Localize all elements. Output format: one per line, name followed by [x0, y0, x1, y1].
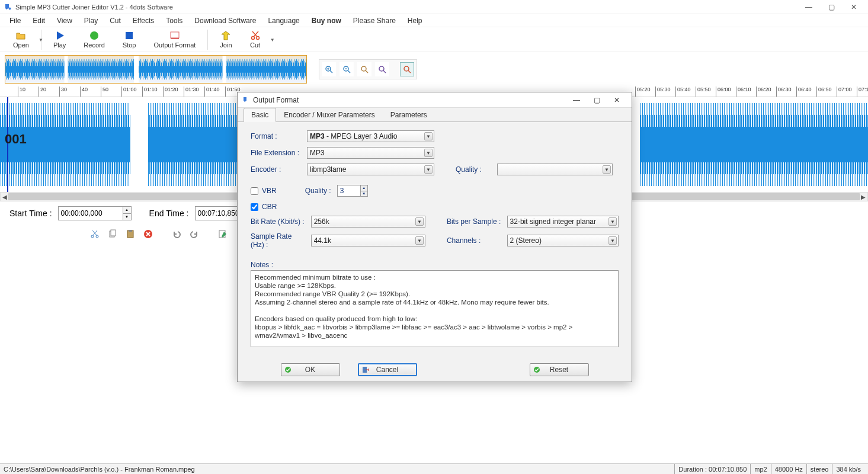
- notes-textbox[interactable]: Recommended minimum bitrate to use : Usa…: [251, 270, 619, 347]
- sample-rate-label: Sample Rate (Hz) :: [251, 232, 305, 249]
- check-icon: [533, 366, 541, 374]
- menu-play[interactable]: Play: [78, 15, 104, 26]
- cancel-button[interactable]: Cancel: [358, 363, 417, 376]
- cbr-checkbox[interactable]: CBR: [251, 203, 277, 211]
- open-button[interactable]: Open ▼: [5, 29, 37, 50]
- chevron-down-icon: ▼: [603, 165, 611, 174]
- svg-rect-13: [65, 56, 68, 83]
- svg-point-36: [96, 235, 98, 238]
- scroll-right-arrow-icon[interactable]: ▶: [859, 193, 867, 201]
- minimize-button[interactable]: —: [798, 1, 819, 13]
- start-time-label: Start Time :: [9, 209, 52, 218]
- encoder-label: Encoder :: [251, 165, 301, 174]
- dialog-tabs: Basic Encoder / Muxer Parameters Paramet…: [238, 108, 632, 122]
- quality-combo[interactable]: ▼: [497, 164, 613, 175]
- output-format-label: Output Format: [153, 41, 196, 49]
- file-extension-combo[interactable]: MP3▼: [307, 147, 434, 159]
- tab-parameters[interactable]: Parameters: [383, 108, 435, 121]
- sample-rate-combo[interactable]: 44.1k▼: [311, 235, 425, 246]
- waveform-thumbnail[interactable]: [5, 55, 307, 84]
- dialog-minimize-button[interactable]: —: [566, 94, 587, 107]
- app-icon: [4, 3, 12, 11]
- bits-per-sample-combo[interactable]: 32-bit signed integer planar▼: [507, 216, 619, 228]
- svg-rect-38: [111, 230, 116, 236]
- start-time-spinner[interactable]: ▲▼: [123, 206, 132, 220]
- status-sample-rate: 48000 Hz: [771, 464, 806, 474]
- undo-icon[interactable]: [171, 228, 182, 240]
- record-button[interactable]: Record: [75, 29, 113, 50]
- stop-button[interactable]: Stop: [114, 29, 145, 50]
- cut-action-icon[interactable]: [89, 228, 101, 240]
- close-button[interactable]: ✕: [843, 1, 864, 13]
- delete-icon[interactable]: [142, 228, 154, 240]
- menu-help[interactable]: Help: [402, 15, 428, 26]
- redo-icon[interactable]: [188, 228, 200, 240]
- chevron-down-icon: ▼: [424, 149, 433, 157]
- quality-number-input[interactable]: 3: [337, 185, 361, 197]
- menu-edit[interactable]: Edit: [27, 15, 51, 26]
- stop-icon: [124, 30, 134, 41]
- quality-spinner[interactable]: ▲▼: [361, 185, 368, 197]
- chevron-down-icon: ▼: [608, 236, 617, 245]
- dropdown-arrow-icon[interactable]: ▼: [39, 37, 43, 43]
- zoom-fit-button[interactable]: [375, 62, 389, 76]
- menu-cut[interactable]: Cut: [104, 15, 127, 26]
- svg-point-25: [379, 66, 384, 71]
- svg-point-35: [91, 235, 94, 238]
- menu-buy-now[interactable]: Buy now: [306, 15, 347, 26]
- zoom-in-button[interactable]: [322, 62, 336, 76]
- cut-button[interactable]: Cut ▼: [242, 29, 269, 50]
- play-icon: [55, 30, 65, 41]
- dropdown-arrow-icon[interactable]: ▼: [270, 37, 275, 43]
- format-combo[interactable]: MP3 - MPEG Layer 3 Audio▼: [307, 130, 434, 142]
- dialog-close-button[interactable]: ✕: [607, 94, 627, 107]
- play-button[interactable]: Play: [45, 29, 74, 50]
- menu-tools[interactable]: Tools: [160, 15, 188, 26]
- vbr-checkbox[interactable]: VBR: [251, 187, 277, 195]
- start-time-input[interactable]: 00:00:00,000: [58, 206, 123, 220]
- chevron-down-icon: ▼: [424, 165, 433, 174]
- menu-effects[interactable]: Effects: [127, 15, 160, 26]
- output-format-button[interactable]: Output Format: [145, 29, 204, 50]
- menu-language[interactable]: Language: [262, 15, 305, 26]
- menu-file[interactable]: File: [4, 15, 27, 26]
- svg-rect-8: [5, 58, 306, 81]
- encoder-combo[interactable]: libmp3lame▼: [307, 164, 434, 175]
- dialog-maximize-button[interactable]: ▢: [587, 94, 607, 107]
- output-format-icon: [169, 30, 180, 41]
- status-filepath: C:\Users\Sara\Downloads\Parchís (v.o.) -…: [4, 466, 195, 473]
- menu-download[interactable]: Download Software: [188, 15, 262, 26]
- paste-icon[interactable]: [124, 228, 136, 240]
- maximize-button[interactable]: ▢: [821, 1, 842, 13]
- menubar: File Edit View Play Cut Effects Tools Do…: [0, 14, 868, 27]
- edit-icon[interactable]: [217, 228, 229, 240]
- svg-line-26: [383, 71, 386, 73]
- chevron-down-icon: ▼: [415, 236, 424, 245]
- chevron-down-icon: ▼: [608, 217, 617, 226]
- bitrate-label: Bit Rate (Kbit/s) :: [251, 217, 305, 226]
- svg-line-17: [330, 71, 332, 73]
- svg-point-23: [361, 66, 366, 71]
- reset-button[interactable]: Reset: [530, 363, 589, 376]
- track-number-label: 001: [5, 132, 27, 147]
- ok-button[interactable]: OK: [281, 363, 340, 376]
- menu-view[interactable]: View: [51, 15, 78, 26]
- window-title: Simple MP3 Cutter Joiner Editor V1.2 - 4…: [15, 4, 798, 11]
- zoom-toolbar: [319, 59, 417, 79]
- quality-label: Quality :: [456, 165, 491, 174]
- check-icon: [284, 366, 292, 374]
- bitrate-combo[interactable]: 256k▼: [311, 216, 425, 228]
- join-button[interactable]: Join: [212, 29, 240, 50]
- tab-basic[interactable]: Basic: [244, 108, 276, 122]
- zoom-selection-button[interactable]: [357, 62, 371, 76]
- thumbnail-row: [0, 52, 868, 87]
- menu-share[interactable]: Please Share: [347, 15, 402, 26]
- zoom-out-button[interactable]: [339, 62, 354, 76]
- tab-encoder-muxer[interactable]: Encoder / Muxer Parameters: [276, 108, 382, 121]
- dialog-titlebar[interactable]: Output Format — ▢ ✕: [238, 92, 632, 108]
- svg-rect-40: [129, 230, 132, 232]
- channels-combo[interactable]: 2 (Stereo)▼: [507, 235, 619, 246]
- svg-rect-14: [134, 56, 139, 83]
- zoom-tool-button[interactable]: [400, 62, 414, 76]
- copy-icon[interactable]: [107, 228, 118, 240]
